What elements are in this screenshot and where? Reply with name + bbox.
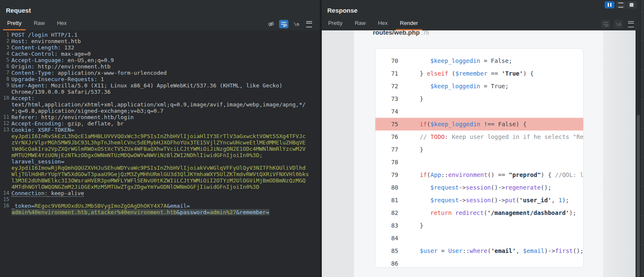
tab-pretty[interactable]: Pretty: [324, 19, 347, 30]
line-number: [0, 139, 11, 146]
line-number: 5: [0, 57, 11, 63]
request-line: 5Accept-Language: en-US,en;q=0.9: [0, 57, 320, 63]
line-number: [0, 184, 11, 190]
word-wrap-icon[interactable]: [279, 20, 288, 28]
code-line-number: 71: [375, 70, 398, 77]
line-text: laravel_session=: [11, 158, 64, 165]
request-line: 2Host: environment.htb: [0, 38, 320, 44]
code-line: 83}: [375, 219, 583, 232]
inspector-strip-divider: [641, 99, 644, 99]
request-line: 8Upgrade-Insecure-Requests: 1: [0, 76, 320, 82]
line-text: Host: environment.htb: [11, 38, 81, 44]
line-text: Content-Type: application/x-www-form-url…: [11, 70, 167, 76]
burp-repeater-window: Request PrettyRawHex: [0, 0, 644, 277]
request-line: 4MTdhNGYlOWQONGZmM2JiOGExMzM5MTUwZTgxZDg…: [0, 184, 320, 190]
code-line: 77}: [375, 143, 583, 156]
code-line: 81$request->session()->put('user_id', 1)…: [375, 194, 583, 206]
line-number: 10: [0, 95, 11, 101]
line-text: mMTU2MWE4YzUONjEzNTkzODgxOWNmNTUzMDQwOWY…: [11, 152, 263, 158]
response-toolbar: \n: [601, 19, 636, 29]
line-text: WljTGlHdHRrYUpYTW5XdGOwT3paaU9GejQzM3ZyM…: [11, 171, 309, 177]
code-line-number: 86: [375, 260, 398, 267]
inspector-collapsed-strip[interactable]: [640, 0, 644, 277]
line-text: Referer: http://environment.htb/login: [11, 114, 134, 120]
code-line: 80$request->session()->regenerate();: [375, 181, 583, 194]
request-line: WljTGlHdHRrYUpYTW5XdGOwT3paaU9GejQzM3ZyM…: [0, 171, 320, 177]
response-scrollbar-thumb[interactable]: [637, 115, 640, 277]
line-number: [0, 101, 11, 108]
request-line: 3Content-Length: 132: [0, 44, 320, 51]
queue-lines-icon[interactable]: [616, 1, 625, 8]
code-line-number: 76: [375, 133, 398, 140]
response-tabbar: PrettyRawHexRender: [324, 19, 426, 30]
pause-icon[interactable]: [605, 1, 614, 8]
line-number: 13: [0, 127, 11, 133]
line-number: [0, 158, 11, 165]
request-line: eyJpdiI6ImowRjRqQmhQQUZXVHJuSEhuWDYvaWc9…: [0, 165, 320, 171]
tab-hex[interactable]: Hex: [53, 19, 71, 30]
request-line: 7Content-Type: application/x-www-form-ur…: [0, 70, 320, 76]
inspector-strip-divider: [641, 70, 644, 70]
inspector-strip-divider: [641, 157, 644, 158]
code-line-text: }: [398, 95, 423, 102]
request-line: 13Cookie: XSRF-TOKEN=: [0, 127, 320, 133]
code-line-number: 85: [375, 247, 398, 254]
line-text: POST /login HTTP/1.1: [11, 32, 78, 38]
code-line-text: $user = User::where('email', $email)->fi…: [398, 247, 584, 254]
code-line-text: // TODO: Keep user logged in if he selec…: [398, 133, 584, 140]
line-number: [0, 171, 11, 177]
code-line-number: 74: [375, 108, 398, 115]
code-line-text: $request->session()->regenerate();: [398, 184, 552, 191]
request-editor[interactable]: 1POST /login HTTP/1.12Host: environment.…: [0, 30, 320, 277]
line-text: User-Agent: Mozilla/5.0 (X11; Linux x86_…: [11, 82, 283, 89]
response-menu-icon[interactable]: [626, 20, 636, 28]
code-line-text: if(App::environment() == "preprod") { //…: [398, 171, 584, 178]
line-number: [0, 177, 11, 184]
response-scrollbar[interactable]: [636, 30, 640, 277]
request-line: Chrome/139.0.0.0 Safari/537.36: [0, 89, 320, 95]
tab-raw[interactable]: Raw: [30, 19, 49, 30]
code-line-number: 72: [375, 83, 398, 90]
code-line-text: } elseif ($remember == 'True') {: [398, 70, 534, 77]
tab-pretty[interactable]: Pretty: [3, 19, 26, 30]
request-line: 11Referer: http://environment.htb/login: [0, 114, 320, 120]
code-line: 86: [375, 257, 583, 268]
inspector-strip-divider: [641, 11, 644, 12]
line-number: 14: [0, 190, 11, 196]
inspector-strip-divider: [641, 244, 644, 245]
line-number: [0, 209, 11, 215]
inspector-strip-divider: [641, 274, 644, 274]
line-text: tWdGcOakIra2VpZXQrWGlmRWOxOStXcTVSZUx4WF…: [11, 146, 306, 152]
request-line: mMTU2MWE4YzUONjEzNTkzODgxOWNmNTUzMDQwOWY…: [0, 152, 320, 158]
line-text: Upgrade-Insecure-Requests: 1: [11, 76, 104, 82]
line-text: Origin: http://environment.htb: [11, 63, 111, 70]
code-line-text: if($keep_loggedin !== False) {: [398, 121, 527, 128]
hide-nonprinting-icon[interactable]: [266, 20, 276, 28]
stop-icon[interactable]: [627, 1, 636, 8]
request-menu-icon[interactable]: [304, 20, 314, 28]
line-number: 16: [0, 203, 11, 209]
file-line-number: :75: [421, 30, 429, 36]
tab-raw[interactable]: Raw: [351, 19, 370, 30]
window-controls: [605, 1, 636, 8]
code-line-number: 75: [375, 121, 398, 128]
line-text: Accept-Encoding: gzip, deflate, br: [11, 120, 124, 127]
request-line: 9User-Agent: Mozilla/5.0 (X11; Linux x86…: [0, 82, 320, 89]
request-tabbar: PrettyRawHex: [3, 19, 75, 30]
code-line-text: }: [398, 222, 423, 229]
tab-render[interactable]: Render: [396, 19, 422, 30]
request-line: laravel_session=: [0, 158, 320, 165]
tab-hex[interactable]: Hex: [374, 19, 392, 30]
request-line: 16_token=REgoc9V6MUOxdUsJMbSBVygImoZgOAg…: [0, 203, 320, 209]
code-line: 76// TODO: Keep user logged in if he sel…: [375, 130, 583, 143]
code-line-text: }: [398, 146, 423, 153]
line-number: 4: [0, 51, 11, 57]
line-number: 11: [0, 114, 11, 120]
newline-chars-icon[interactable]: \n: [292, 20, 301, 28]
file-path: routes/web.php: [373, 30, 420, 36]
response-render-view[interactable]: routes/web.php:75 70$keep_loggedin = Fal…: [322, 30, 636, 277]
line-number: 8: [0, 76, 11, 82]
word-wrap-icon[interactable]: [601, 20, 610, 28]
request-pane-header: Request PrettyRawHex: [0, 0, 320, 31]
newline-chars-icon[interactable]: \n: [614, 20, 623, 28]
